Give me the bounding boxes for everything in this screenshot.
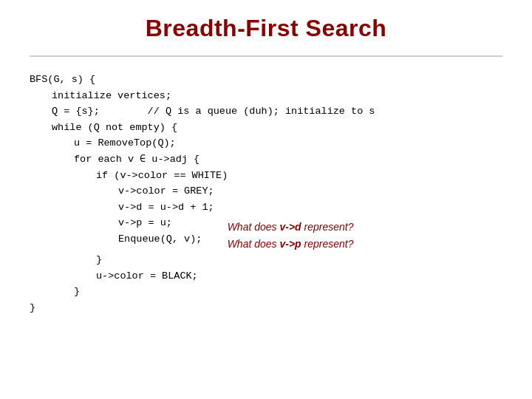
code-text: }	[96, 252, 102, 268]
code-text: if (v->color == WHITE)	[96, 168, 228, 184]
code-text: initialize vertices;	[52, 88, 171, 104]
code-line-10: v->p = u;	[118, 215, 214, 231]
code-line-12: }	[96, 252, 502, 268]
code-text: Q = {s}; // Q is a queue (duh); initiali…	[52, 103, 375, 120]
code-text: BFS(G, s) {	[30, 72, 95, 88]
code-line-9: v->d = u->d + 1;	[118, 200, 214, 216]
code-text: u->color = BLACK;	[96, 268, 198, 284]
code-text: v->d = u->d + 1;	[118, 200, 214, 216]
code-text: for each v ∈ u->adj {	[74, 151, 200, 168]
page-title: Breadth-First Search	[30, 15, 502, 42]
annotation-vd: What does v->d represent?	[228, 219, 354, 235]
code-line-14: }	[74, 284, 502, 300]
code-line-6: for each v ∈ u->adj {	[74, 151, 502, 168]
code-text: u = RemoveTop(Q);	[74, 135, 176, 151]
code-line-7: if (v->color == WHITE)	[96, 168, 502, 184]
code-line-1: BFS(G, s) {	[30, 72, 502, 88]
page: Breadth-First Search BFS(G, s) { initial…	[0, 0, 532, 399]
annotation-vp-text: What does v->p represent?	[228, 238, 354, 250]
code-line-5: u = RemoveTop(Q);	[74, 135, 502, 151]
code-line-11: Enqueue(Q, v);	[118, 231, 214, 248]
divider	[30, 55, 502, 57]
code-line-3: Q = {s}; // Q is a queue (duh); initiali…	[52, 103, 502, 120]
code-text: v->color = GREY;	[118, 183, 214, 200]
code-line-2: initialize vertices;	[52, 88, 502, 104]
annotation-vd-text: What does v->d represent?	[228, 221, 354, 233]
annotated-lines: v->color = GREY; v->d = u->d + 1; v->p =…	[30, 183, 502, 252]
code-text: }	[30, 300, 35, 316]
annotation-vp: What does v->p represent?	[228, 236, 354, 252]
code-text: while (Q not empty) {	[52, 120, 177, 136]
code-line-4: while (Q not empty) {	[52, 120, 502, 136]
annotations-col: What does v->d represent? What does v->p…	[228, 183, 354, 252]
code-line-15: }	[30, 300, 502, 316]
code-line-8: v->color = GREY;	[118, 183, 214, 200]
code-text: v->p = u;	[118, 215, 172, 231]
code-text: }	[74, 284, 80, 300]
code-line-13: u->color = BLACK;	[96, 268, 502, 284]
code-block: BFS(G, s) { initialize vertices; Q = {s}…	[30, 72, 502, 316]
code-lines-col: v->color = GREY; v->d = u->d + 1; v->p =…	[30, 183, 214, 247]
code-text: Enqueue(Q, v);	[118, 231, 202, 248]
